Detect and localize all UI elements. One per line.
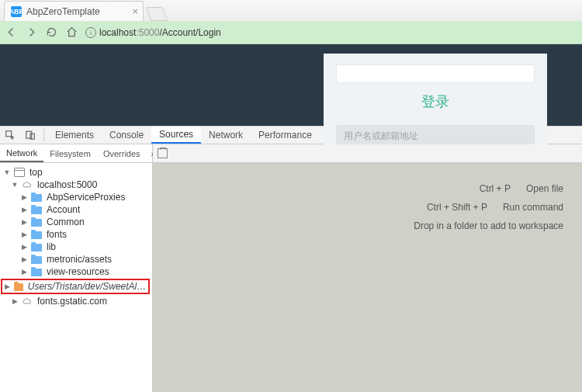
chevron-right-icon[interactable]: ▶ bbox=[20, 218, 28, 226]
chevron-right-icon[interactable]: ▶ bbox=[11, 297, 19, 305]
shortcut-action: Open file bbox=[526, 183, 563, 194]
device-icon[interactable] bbox=[20, 130, 40, 140]
tree-row[interactable]: ▶Common bbox=[0, 216, 152, 228]
tree-row[interactable]: ▶view-resources bbox=[0, 265, 152, 278]
browser-tab[interactable]: ABP AbpZeroTemplate × bbox=[4, 1, 144, 21]
devtab-elements[interactable]: Elements bbox=[47, 127, 102, 144]
tree-row[interactable]: ▼localhost:5000 bbox=[0, 179, 152, 191]
tree-label: fonts bbox=[47, 229, 67, 240]
top-field[interactable] bbox=[336, 64, 535, 83]
folder-icon bbox=[31, 219, 42, 227]
browser-tab-strip: ABP AbpZeroTemplate × bbox=[0, 0, 582, 21]
folder-icon bbox=[31, 269, 42, 276]
shortcut-action: Run command bbox=[503, 202, 563, 213]
chevron-down-icon[interactable]: ▼ bbox=[11, 181, 19, 189]
new-tab-button[interactable] bbox=[146, 7, 168, 21]
url-host: localhost bbox=[99, 27, 136, 38]
chevron-right-icon[interactable]: ▶ bbox=[20, 255, 28, 263]
tree-label: Common bbox=[47, 217, 85, 227]
tree-label: metronic/assets bbox=[47, 254, 112, 265]
devtab-sources[interactable]: Sources bbox=[151, 127, 201, 144]
back-button[interactable] bbox=[5, 26, 17, 39]
side-tab-network[interactable]: Network bbox=[0, 144, 43, 162]
page-content: 登录 用户名或邮箱地址 bbox=[0, 44, 582, 126]
tab-favicon: ABP bbox=[11, 6, 22, 17]
sidebar-header: Network Filesystem Overrides » ⋮ bbox=[0, 144, 152, 163]
chevron-down-icon[interactable]: ▼ bbox=[3, 168, 11, 176]
file-tree: ▼top▼localhost:5000▶AbpServiceProxies▶Ac… bbox=[0, 163, 152, 392]
tree-label: Account bbox=[47, 204, 80, 215]
svg-rect-1 bbox=[26, 131, 32, 138]
tree-label: Users/Tristan/dev/SweetAlert/dev bbox=[28, 281, 147, 292]
tree-row[interactable]: ▶lib bbox=[0, 241, 152, 253]
cloud-icon bbox=[22, 297, 33, 306]
folder-icon bbox=[31, 256, 42, 264]
site-info-icon[interactable]: i bbox=[85, 27, 96, 38]
inspect-icon[interactable] bbox=[0, 130, 20, 140]
chevron-right-icon[interactable]: ▶ bbox=[20, 231, 28, 238]
chevron-right-icon[interactable]: ▶ bbox=[4, 283, 11, 290]
tree-row[interactable]: ▶fonts.gstatic.com bbox=[0, 295, 152, 307]
home-button[interactable] bbox=[65, 26, 78, 39]
cloud-icon bbox=[22, 180, 33, 189]
tree-label: view-resources bbox=[47, 266, 109, 277]
username-input[interactable]: 用户名或邮箱地址 bbox=[336, 125, 535, 147]
tree-row[interactable]: ▶fonts bbox=[0, 228, 152, 241]
tree-label: fonts.gstatic.com bbox=[37, 296, 107, 307]
tree-label: lib bbox=[47, 241, 56, 252]
devtab-console[interactable]: Console bbox=[102, 127, 151, 144]
browser-toolbar: i localhost:5000/Account/Login bbox=[0, 21, 582, 44]
chevron-right-icon[interactable]: ▶ bbox=[20, 268, 28, 276]
sources-main: Ctrl + POpen file Ctrl + Shift + PRun co… bbox=[153, 144, 582, 392]
devtab-network[interactable]: Network bbox=[201, 127, 251, 144]
chevron-right-icon[interactable]: ▶ bbox=[20, 243, 28, 251]
chevron-right-icon[interactable]: ▶ bbox=[20, 193, 28, 201]
forward-button[interactable] bbox=[25, 26, 37, 39]
devtools-body: Network Filesystem Overrides » ⋮ ▼top▼lo… bbox=[0, 144, 582, 392]
tree-row[interactable]: ▼top bbox=[0, 166, 152, 179]
sources-sidebar: Network Filesystem Overrides » ⋮ ▼top▼lo… bbox=[0, 144, 153, 392]
tree-row[interactable]: ▶AbpServiceProxies bbox=[0, 191, 152, 203]
reload-button[interactable] bbox=[45, 26, 57, 39]
tree-row[interactable]: ▶Account bbox=[0, 203, 152, 216]
shortcut-key: Ctrl + Shift + P bbox=[427, 202, 487, 213]
url-path: /Account/Login bbox=[159, 27, 220, 38]
devtab-performance[interactable]: Performance bbox=[251, 127, 320, 144]
login-title: 登录 bbox=[336, 92, 535, 111]
folder-icon bbox=[31, 194, 42, 202]
folder-icon bbox=[14, 283, 23, 291]
side-tab-overrides[interactable]: Overrides bbox=[97, 144, 147, 162]
folder-icon bbox=[31, 244, 42, 252]
tree-label: AbpServiceProxies bbox=[47, 192, 125, 203]
shortcut-key: Ctrl + P bbox=[480, 183, 511, 194]
tree-row[interactable]: ▶metronic/assets bbox=[0, 253, 152, 265]
chevron-right-icon[interactable]: ▶ bbox=[20, 206, 28, 213]
url-port: :5000 bbox=[136, 27, 159, 38]
address-bar[interactable]: i localhost:5000/Account/Login bbox=[85, 27, 577, 38]
tree-label: localhost:5000 bbox=[37, 179, 97, 190]
close-icon[interactable]: × bbox=[132, 5, 138, 17]
window-icon bbox=[14, 168, 25, 177]
editor-tab-bar bbox=[153, 144, 582, 163]
side-tab-filesystem[interactable]: Filesystem bbox=[43, 144, 97, 162]
folder-icon bbox=[31, 206, 42, 214]
tree-label: top bbox=[29, 167, 43, 178]
tree-row[interactable]: ▶Users/Tristan/dev/SweetAlert/dev bbox=[1, 279, 150, 294]
file-tab-icon[interactable] bbox=[158, 148, 168, 158]
sources-hint: Ctrl + POpen file Ctrl + Shift + PRun co… bbox=[414, 183, 563, 231]
folder-icon bbox=[31, 231, 42, 239]
drop-hint: Drop in a folder to add to workspace bbox=[414, 220, 563, 231]
tab-title: AbpZeroTemplate bbox=[26, 6, 100, 17]
